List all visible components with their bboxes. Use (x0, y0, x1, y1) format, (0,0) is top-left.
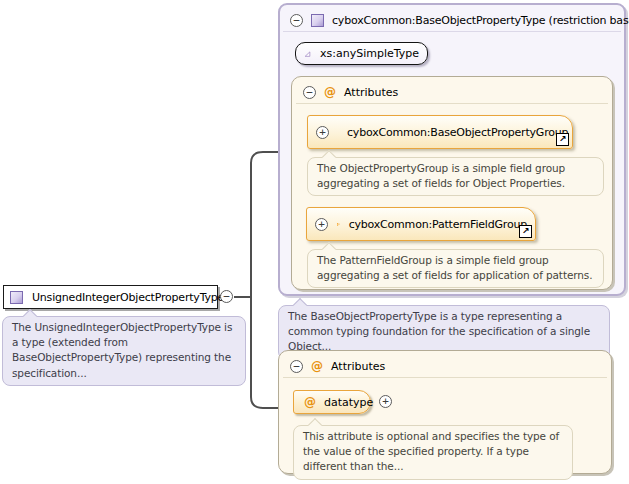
at-icon: @ (304, 396, 316, 408)
tooltip-text: This attribute is optional and specifies… (303, 430, 559, 472)
group-name: cyboxCommon:BaseObjectPropertyGroup (347, 126, 568, 139)
at-icon: @ (311, 360, 323, 372)
schema-diagram: UnsignedIntegerObjectPropertyType − The … (0, 0, 629, 484)
tooltip-text: The UnsignedIntegerObjectPropertyType is… (12, 321, 232, 379)
collapse-toggle-icon[interactable]: − (220, 290, 233, 303)
attribute-group-ref[interactable]: + cyboxCommon:BaseObjectPropertyGroup ↗ (307, 115, 573, 149)
collapse-toggle-icon[interactable]: − (290, 14, 303, 27)
group-description-tooltip: The PatternFieldGroup is a simple field … (307, 249, 604, 288)
attribute-item[interactable]: @ datatype (293, 390, 371, 414)
attributes-header: − @ Attributes (296, 77, 608, 104)
group-description-tooltip: The ObjectPropertyGroup is a simple fiel… (307, 157, 604, 196)
group-name: cyboxCommon:PatternFieldGroup (349, 218, 527, 231)
tooltip-text: The BaseObjectPropertyType is a type rep… (288, 310, 590, 352)
attribute-group-icon (337, 217, 340, 232)
element-box[interactable]: UnsignedIntegerObjectPropertyType (3, 285, 218, 309)
attributes-panel: − @ Attributes @ datatype + This attribu… (278, 350, 612, 474)
attributes-section: − @ Attributes + cyboxCommon:BaseObjectP… (291, 76, 613, 290)
link-icon[interactable]: ↗ (556, 133, 569, 146)
collapse-toggle-icon[interactable]: − (290, 360, 303, 373)
simple-type-triangle-icon (304, 47, 311, 61)
base-type-title: cyboxCommon:BaseObjectPropertyType (rest… (332, 14, 629, 27)
complex-type-icon (311, 14, 324, 27)
at-icon: @ (324, 86, 336, 98)
element-description-tooltip: The UnsignedIntegerObjectPropertyType is… (2, 316, 246, 386)
tooltip-text: The ObjectPropertyGroup is a simple fiel… (317, 162, 565, 189)
base-type-panel: − cyboxCommon:BaseObjectPropertyType (re… (278, 3, 626, 296)
link-icon[interactable]: ↗ (519, 225, 532, 238)
base-panel-header: − cyboxCommon:BaseObjectPropertyType (re… (283, 5, 621, 32)
collapse-toggle-icon[interactable]: − (303, 86, 316, 99)
attribute-group-ref[interactable]: + cyboxCommon:PatternFieldGroup ↗ (306, 207, 536, 241)
attributes-label: Attributes (331, 360, 385, 373)
complex-type-icon (10, 291, 23, 304)
expand-toggle-icon[interactable]: + (315, 218, 328, 231)
expand-toggle-icon[interactable]: + (379, 395, 392, 408)
tooltip-text: The PatternFieldGroup is a simple field … (317, 254, 592, 281)
expand-toggle-icon[interactable]: + (316, 126, 329, 139)
attributes-header: − @ Attributes (283, 351, 607, 378)
attribute-description-tooltip: This attribute is optional and specifies… (293, 425, 573, 480)
element-name: UnsignedIntegerObjectPropertyType (32, 291, 224, 304)
attribute-name: datatype (324, 396, 373, 409)
attributes-label: Attributes (344, 86, 398, 99)
simple-type-name: xs:anySimpleType (320, 47, 419, 60)
simple-type-badge[interactable]: xs:anySimpleType (295, 42, 428, 65)
